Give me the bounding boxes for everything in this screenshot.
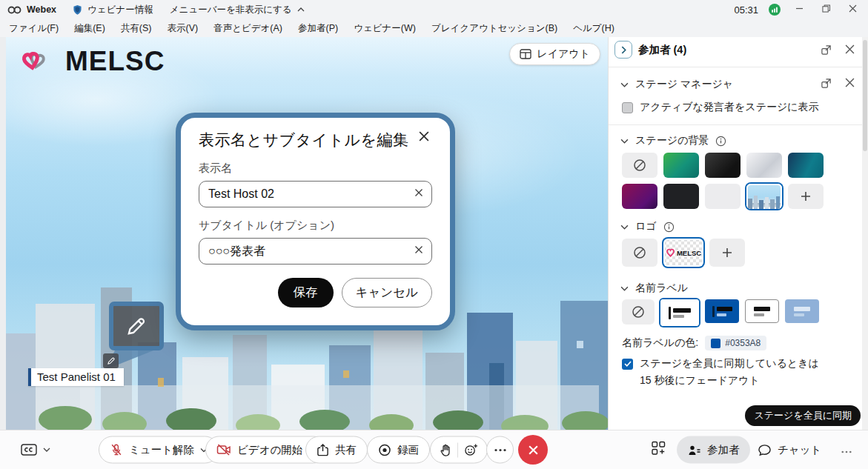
name-label-style-bar-light-selected[interactable] [660,299,699,326]
logo-add-button[interactable] [709,239,745,267]
stage-manager-popout-icon[interactable] [821,78,832,91]
webex-window: Webex ウェビナー情報 メニューバーを非表示にする 05:31 [0,0,868,469]
background-add-button[interactable] [788,184,824,209]
edit-name-button[interactable] [103,353,119,368]
unmute-button[interactable]: ミュート解除 [99,436,219,464]
active-speaker-label: アクティブな発言者をステージに表示 [640,101,819,114]
none-icon [633,159,646,172]
logo-swatch-none[interactable] [622,239,657,267]
background-swatch-magenta[interactable] [622,184,657,209]
menu-webinar[interactable]: ウェビナー(W) [354,22,416,35]
stage-manager-close-icon[interactable] [845,78,855,91]
record-button[interactable]: 録画 [367,436,430,464]
webinar-info-button[interactable]: ウェビナー情報 [73,4,153,16]
ellipsis-icon [494,448,506,451]
display-name-input[interactable] [199,181,432,207]
chat-button[interactable]: チャット [758,443,821,457]
participants-header: 参加者 (4) [638,43,686,57]
pencil-icon [125,315,148,337]
unmute-label: ミュート解除 [129,443,194,457]
name-label-color-value: #0353A8 [725,338,761,348]
reactions-button[interactable] [430,436,488,464]
record-icon [378,443,391,456]
minimize-button[interactable] [791,4,807,15]
display-name-label: 表示名 [199,162,432,176]
layout-button-label: レイアウト [537,47,590,61]
share-label: 共有 [335,443,357,457]
apps-button[interactable] [651,441,666,459]
panel-scrollbar[interactable] [862,37,868,430]
participants-popout-icon[interactable] [821,44,832,58]
logo-swatch-melsc-selected[interactable]: MELSC [663,239,703,267]
stage-background-title: ステージの背景 [635,134,709,147]
leave-x-icon [528,445,539,456]
background-swatch-light[interactable] [705,184,741,209]
stage-manager-chevron-icon[interactable] [620,82,629,87]
name-label-style-bar-blue[interactable] [705,299,739,323]
background-swatch-green[interactable] [663,153,699,178]
menu-breakout[interactable]: ブレイクアウトセッション(B) [431,22,557,35]
participants-close-icon[interactable] [845,44,855,58]
participants-panel: 参加者 (4) ステージ マネージャ アクティブな発言者をステージに表 [608,37,868,430]
restore-button[interactable] [818,4,834,15]
menu-participants[interactable]: 参加者(P) [298,22,338,35]
active-speaker-checkbox[interactable] [622,102,633,113]
webinar-info-label: ウェビナー情報 [87,4,153,16]
menu-help[interactable]: ヘルプ(H) [573,22,614,35]
share-button[interactable]: 共有 [305,436,368,464]
background-swatch-city-selected[interactable] [746,184,782,209]
layout-grid-icon [520,49,531,59]
clear-subtitle-icon[interactable] [414,245,423,256]
plus-icon [800,190,812,202]
chevron-down-icon [43,448,50,452]
menu-bar: ファイル(F) 編集(E) 共有(S) 表示(V) 音声とビデオ(A) 参加者(… [0,19,868,37]
record-label: 録画 [397,443,419,457]
dialog-close-button[interactable] [416,130,432,145]
logo-chevron-icon[interactable] [620,224,629,230]
participants-toggle-button[interactable]: 参加者 [677,436,750,464]
raise-hand-icon [440,443,451,456]
sync-fade-checkbox[interactable] [622,359,633,370]
webex-logo-icon [7,5,21,15]
name-label-style-plain-light[interactable] [745,299,779,323]
background-swatch-teal-navy[interactable] [788,153,824,178]
more-options-button[interactable] [486,436,514,464]
control-bar: ミュート解除 ビデオの開始 共有 録画 [0,430,868,469]
layout-button[interactable]: レイアウト [509,43,600,65]
leave-meeting-button[interactable] [518,435,548,465]
reaction-smiley-icon [464,443,478,456]
closed-captions-icon [21,443,37,456]
panelist-name-label: Test Panelist 01 [28,368,124,386]
name-label-style-translucent-blue[interactable] [785,299,819,323]
more-panels-button[interactable] [841,443,852,456]
background-swatch-none[interactable] [622,153,657,178]
menu-share[interactable]: 共有(S) [121,22,152,35]
edit-name-callout [109,302,164,350]
participants-toggle-label: 参加者 [707,443,740,457]
name-label-color-chip[interactable]: #0353A8 [705,336,766,350]
chat-bubble-icon [758,443,772,456]
menu-view[interactable]: 表示(V) [167,22,198,35]
captions-button[interactable] [21,443,50,456]
chevron-up-icon [297,7,305,12]
menu-edit[interactable]: 編集(E) [74,22,105,35]
background-info-icon[interactable] [715,136,726,147]
hide-menu-bar-button[interactable]: メニューバーを非表示にする [170,4,305,16]
logo-info-icon[interactable] [663,222,675,233]
name-label-style-none[interactable] [622,299,655,325]
background-swatch-charcoal[interactable] [663,184,699,209]
close-window-button[interactable] [844,4,861,15]
save-button[interactable]: 保存 [278,278,334,307]
menu-audio-video[interactable]: 音声とビデオ(A) [213,22,282,35]
background-chevron-icon[interactable] [620,139,629,144]
background-swatch-dark[interactable] [705,153,741,178]
cancel-button[interactable]: キャンセル [342,278,432,307]
background-swatch-silver[interactable] [746,153,782,178]
logo-section-title: ロゴ [635,220,657,233]
panel-collapse-button[interactable] [614,41,632,59]
sync-stage-button[interactable]: ステージを全員に同期 [745,405,861,426]
subtitle-input[interactable] [199,238,432,265]
clear-display-name-icon[interactable] [414,187,423,199]
name-label-chevron-icon[interactable] [620,286,629,291]
menu-file[interactable]: ファイル(F) [9,22,59,35]
